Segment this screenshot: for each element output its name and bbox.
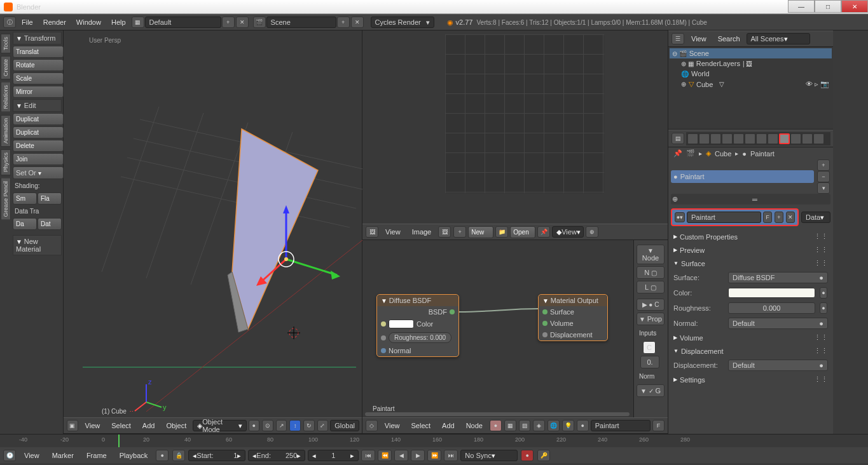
outliner-scene-row[interactable]: ⊖ 🎬 Scene	[670, 48, 832, 58]
lock-icon[interactable]: 🔒	[172, 450, 185, 461]
physics-tab-icon[interactable]	[813, 133, 824, 144]
start-frame-field[interactable]: ◂ Start: 1 ▸	[188, 450, 245, 461]
node-view-menu[interactable]: View	[380, 420, 405, 431]
mode-selector[interactable]: ◈ Object Mode ▾	[193, 420, 246, 431]
render-tab-icon[interactable]	[687, 133, 698, 144]
editor-type-timeline-icon[interactable]: 🕐	[3, 450, 16, 461]
tab-relations[interactable]: Relations	[1, 82, 11, 112]
properties-panel-header[interactable]: ▼ Prop	[637, 313, 665, 325]
menu-render[interactable]: Render	[38, 17, 71, 28]
editor-type-props-icon[interactable]: ▤	[672, 133, 684, 144]
scene-icon[interactable]: 🎬	[253, 17, 266, 28]
3d-add-menu[interactable]: Add	[137, 420, 160, 431]
tab-create[interactable]: Create	[1, 56, 11, 79]
editor-type-outliner-icon[interactable]: ☰	[672, 33, 684, 44]
jump-start-icon[interactable]: ⏮	[361, 450, 375, 461]
color-socket-icon[interactable]	[381, 321, 386, 327]
tl-view-menu[interactable]: View	[19, 450, 45, 461]
minimize-button[interactable]: —	[788, 0, 815, 13]
pin-icon[interactable]: 📌	[673, 149, 682, 158]
image-browse-icon[interactable]: 🖼	[438, 226, 451, 238]
scene-tab-icon[interactable]	[710, 133, 721, 144]
timeline-ruler[interactable]: -40-200204060801001201401601802002202402…	[0, 435, 868, 447]
editor-type-3d-icon[interactable]: ▣	[67, 420, 78, 431]
constraints-tab-icon[interactable]	[745, 133, 755, 144]
menu-file[interactable]: File	[17, 17, 38, 28]
auto-keyframe-icon[interactable]: ●	[156, 450, 169, 461]
node-panel-header[interactable]: ▼ Node	[637, 245, 665, 264]
gpencil-panel[interactable]: ▼ ✓ G	[637, 384, 665, 397]
material-name-field[interactable]: Paintart	[687, 212, 761, 223]
surface-socket-icon[interactable]	[542, 309, 548, 314]
data-layout-button[interactable]: Dat	[38, 218, 62, 230]
3d-viewport[interactable]: User Persp z y	[64, 30, 362, 434]
slot-remove-icon[interactable]: −	[817, 171, 830, 182]
edit-header[interactable]: ▼ Edit	[13, 99, 62, 112]
tab-grease-pencil[interactable]: Grease Pencil	[1, 178, 11, 220]
roughness-socket-icon[interactable]	[381, 335, 386, 340]
diffuse-bsdf-node[interactable]: ▼ Diffuse BSDF BSDF Color Roughness: 0.0…	[376, 294, 459, 357]
shade-flat-button[interactable]: Fla	[38, 192, 62, 205]
scene-del-icon[interactable]: ✕	[351, 17, 364, 28]
shade-smooth-button[interactable]: Sm	[13, 192, 37, 205]
volume-socket-icon[interactable]	[542, 321, 548, 326]
uv-snap-icon[interactable]: ⊕	[586, 226, 598, 238]
fake-user-button[interactable]: F	[652, 420, 665, 431]
node-label-field[interactable]: L ▢	[637, 281, 665, 293]
compositor-tree-icon[interactable]: ▦	[504, 420, 516, 431]
set-origin-button[interactable]: Set Or ▾	[13, 166, 64, 179]
slot-add-icon[interactable]: +	[817, 159, 830, 171]
uv-view-menu[interactable]: View	[380, 226, 406, 238]
keyframe-next-icon[interactable]: ⏩	[427, 450, 441, 461]
editor-type-uv-icon[interactable]: 🖼	[366, 226, 378, 238]
material-crumb[interactable]: Paintart	[750, 150, 775, 158]
orientation-selector[interactable]: Global	[330, 420, 359, 431]
scene-add-icon[interactable]: +	[337, 17, 350, 28]
menu-help[interactable]: Help	[106, 17, 131, 28]
menu-window[interactable]: Window	[71, 17, 106, 28]
playhead[interactable]	[118, 435, 120, 447]
render-engine-selector[interactable]: Cycles Render▾	[371, 17, 434, 28]
manipulator-icon[interactable]: ↗	[276, 420, 287, 431]
node-material-field[interactable]: Paintart	[591, 420, 651, 431]
rotate-button[interactable]: Rotate	[13, 59, 64, 71]
empty-slot[interactable]: ⊕ ═	[671, 194, 830, 205]
fake-user-f[interactable]: F	[763, 212, 772, 223]
node-name-field[interactable]: N ▢	[637, 266, 665, 279]
outliner-filter[interactable]: All Scenes ▾	[747, 33, 810, 44]
folder-icon[interactable]: 📁	[495, 226, 508, 238]
play-reverse-icon[interactable]: ◀	[394, 450, 408, 461]
sync-mode-selector[interactable]: No Sync ▾	[460, 450, 518, 461]
translate-button[interactable]: Translat	[13, 46, 64, 58]
roughness-value[interactable]: 0.000	[728, 302, 815, 314]
layout-del-icon[interactable]: ✕	[236, 17, 249, 28]
lamp-data-icon[interactable]: 💡	[562, 420, 574, 431]
close-button[interactable]: ✕	[841, 0, 868, 13]
uv-image-menu[interactable]: Image	[407, 226, 437, 238]
texture-tab-icon[interactable]	[790, 133, 801, 144]
preview-header[interactable]: Preview⋮⋮	[668, 243, 833, 257]
modifiers-tab-icon[interactable]	[756, 133, 767, 144]
editor-type-node-icon[interactable]: ◇	[366, 420, 378, 431]
material-slot[interactable]: ● Paintart	[671, 170, 814, 183]
node-scrollbar[interactable]	[365, 412, 630, 416]
image-new-icon[interactable]: +	[453, 226, 466, 238]
data-tab-icon[interactable]	[768, 133, 778, 144]
transform-header[interactable]: ▼ Transform	[13, 32, 62, 44]
object-tab-icon[interactable]	[733, 133, 744, 144]
tab-tools[interactable]: Tools	[1, 34, 11, 53]
link-data-selector[interactable]: Data ▾	[801, 212, 830, 223]
color-swatch[interactable]	[389, 320, 414, 328]
color-value[interactable]	[728, 288, 815, 298]
editor-type-icon[interactable]: ⓘ	[3, 17, 16, 28]
color-input-swatch[interactable]: C	[643, 341, 656, 354]
surface-section-header[interactable]: Surface⋮⋮	[668, 257, 833, 270]
uv-image-editor[interactable]: 🖼 View Image 🖼 + New 📁 Open 📌 ◆ View ▾ ⊕	[362, 30, 668, 240]
roughness-input[interactable]: 0.	[640, 356, 659, 368]
node-select-menu[interactable]: Select	[406, 420, 436, 431]
play-icon[interactable]: ▶	[411, 450, 425, 461]
shading-icon[interactable]: ●	[249, 420, 260, 431]
uv-mode-selector[interactable]: ◆ View ▾	[552, 226, 584, 238]
keying-set-icon[interactable]: 🔑	[537, 450, 550, 461]
tl-playback-menu[interactable]: Playback	[114, 450, 153, 461]
